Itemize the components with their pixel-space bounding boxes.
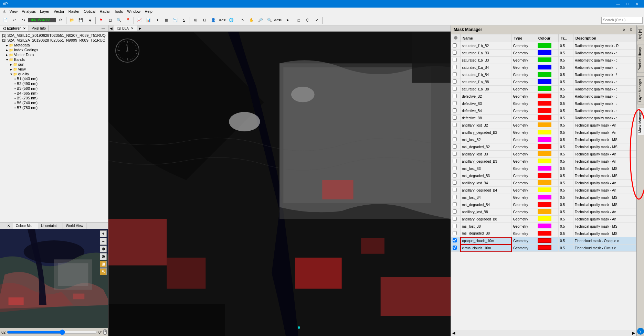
- menu-help[interactable]: Help: [142, 9, 155, 14]
- tab-world-view[interactable]: World View: [63, 223, 86, 229]
- nav-btn-1[interactable]: ⊞: [100, 261, 107, 268]
- redo-btn[interactable]: ↪: [19, 16, 28, 24]
- help-btn-far-right[interactable]: ?: [637, 328, 644, 335]
- collapse-bottom[interactable]: —: [99, 223, 108, 229]
- minimap[interactable]: + − ⊕ ⊙ ⊞ ↖: [0, 229, 108, 328]
- checkbox-input-26[interactable]: [453, 231, 457, 235]
- mask-table-container[interactable]: Name Type Colour Tr... Description satur…: [451, 34, 636, 330]
- checkbox-input-3[interactable]: [453, 65, 457, 69]
- maximize-btn[interactable]: □: [624, 2, 632, 6]
- mask-manager-side-tab[interactable]: Mask Manager: [637, 108, 644, 135]
- checkbox-input-17[interactable]: [453, 166, 457, 170]
- rect-btn[interactable]: □: [295, 16, 303, 24]
- scroll-right-btn[interactable]: ▶: [632, 331, 635, 335]
- nav-btn-2[interactable]: ↖: [100, 268, 107, 275]
- search-input[interactable]: [601, 17, 643, 24]
- new-btn[interactable]: 📄: [1, 16, 10, 24]
- zoom-out-map[interactable]: −: [100, 238, 107, 245]
- checkbox-input-0[interactable]: [453, 43, 457, 47]
- checkbox-input-12[interactable]: [453, 130, 457, 134]
- tree-item-b2[interactable]: ▪ B2 (490 nm): [14, 81, 107, 86]
- tree-item-b4[interactable]: ▪ B4 (665 nm): [14, 91, 107, 96]
- mask-close-btn[interactable]: ✕: [621, 27, 627, 32]
- checkbox-input-7[interactable]: [453, 94, 457, 98]
- checkbox-input-6[interactable]: [453, 87, 457, 91]
- col-description[interactable]: Description: [573, 34, 636, 42]
- tab-b8a[interactable]: [2] B8A ✕: [114, 25, 137, 31]
- select-btn[interactable]: ◻: [106, 16, 114, 24]
- close-explorer[interactable]: ✕: [23, 27, 26, 30]
- checkbox-input-27[interactable]: [453, 238, 457, 242]
- checkbox-input-25[interactable]: [453, 224, 457, 228]
- gcp2-btn[interactable]: GCP+: [274, 16, 283, 24]
- scroll-left-btn[interactable]: ◀: [452, 331, 455, 335]
- layer-manager-icon[interactable]: Layer Manager: [637, 76, 644, 104]
- zout-btn[interactable]: 🔍: [265, 16, 274, 24]
- checkbox-input-10[interactable]: [453, 116, 457, 120]
- checkbox-input-11[interactable]: [453, 123, 457, 127]
- tree-item-b6[interactable]: ▪ B6 (740 nm): [14, 100, 107, 105]
- checkbox-input-13[interactable]: [453, 137, 457, 141]
- checkbox-input-1[interactable]: [453, 51, 457, 55]
- checkbox-input-4[interactable]: [453, 72, 457, 76]
- tree-item-s2a-1[interactable]: [1] S2A_MSIL1C_20190628T023551_N0207_R08…: [1, 33, 107, 38]
- col-name[interactable]: Name: [461, 34, 511, 42]
- tab-explorer[interactable]: xt Explorer ✕: [0, 25, 29, 31]
- checkbox-input-22[interactable]: [453, 202, 457, 206]
- tree-item-b7[interactable]: ▪ B7 (783 nm): [14, 105, 107, 110]
- zoom-in-btn[interactable]: 🔍: [115, 16, 123, 24]
- graph-btn[interactable]: 📈: [135, 16, 144, 24]
- histogram-btn[interactable]: ▦: [162, 16, 170, 24]
- zoom-fit[interactable]: ⊕: [100, 246, 107, 252]
- col-transparency[interactable]: Tr...: [559, 34, 573, 42]
- menu-optical[interactable]: Optical: [82, 9, 97, 14]
- cursor-btn[interactable]: ↖: [239, 16, 247, 24]
- checkbox-input-15[interactable]: [453, 152, 457, 156]
- checkbox-input-2[interactable]: [453, 58, 457, 62]
- map-view[interactable]: N: [108, 32, 451, 336]
- col-colour[interactable]: Colour: [536, 34, 558, 42]
- menu-tools[interactable]: Tools: [112, 9, 125, 14]
- fx-icon[interactable]: f(x) [x]: [637, 27, 644, 41]
- arrow-btn[interactable]: ➤: [283, 16, 292, 24]
- col-type[interactable]: Type: [511, 34, 536, 42]
- refresh-btn[interactable]: ⟳: [56, 16, 65, 24]
- checkbox-input-21[interactable]: [453, 195, 457, 199]
- print-btn[interactable]: 🖨: [86, 16, 94, 24]
- tab-colour-map-main[interactable]: Colour Ma---: [13, 223, 38, 229]
- layers-btn[interactable]: ⊞: [191, 16, 200, 24]
- menu-analysis[interactable]: Analysis: [20, 9, 38, 14]
- undo-btn[interactable]: ↩: [10, 16, 19, 24]
- pin-btn[interactable]: 📍: [124, 16, 132, 24]
- tree-item-index-codings[interactable]: ▸ 📁 Index Codings: [6, 47, 107, 52]
- profile-btn[interactable]: 📉: [171, 16, 179, 24]
- tab-pixel-info[interactable]: Pixel Info: [29, 25, 49, 31]
- menu-radar[interactable]: Radar: [98, 9, 112, 14]
- tree-item-quality[interactable]: ▾ 📁 quality: [10, 72, 107, 76]
- checkbox-input-16[interactable]: [453, 159, 457, 163]
- scatter-btn[interactable]: ⚬: [153, 16, 161, 24]
- zoom-fit-2[interactable]: ⊙: [100, 253, 107, 260]
- globe-btn[interactable]: 🌐: [227, 16, 235, 24]
- menu-view[interactable]: View: [8, 9, 20, 14]
- help-btn-bottom[interactable]: ?: [103, 329, 107, 335]
- checkbox-input-20[interactable]: [453, 188, 457, 192]
- flag-btn[interactable]: ⚑: [97, 16, 105, 24]
- tree-item-vector[interactable]: ▸ 📁 Vector Data: [6, 52, 107, 57]
- tab-scroll-left[interactable]: ◀: [108, 26, 114, 30]
- spectrum-btn[interactable]: 📊: [144, 16, 152, 24]
- poly-btn[interactable]: ⬡: [304, 16, 312, 24]
- checkbox-input-23[interactable]: [453, 209, 457, 214]
- sum-btn[interactable]: Σ: [180, 16, 188, 24]
- menu-it[interactable]: it: [1, 9, 8, 14]
- close-b8a[interactable]: ✕: [131, 26, 134, 30]
- tab-colour-map[interactable]: — ✕: [0, 223, 13, 229]
- menu-vector[interactable]: Vector: [52, 9, 66, 14]
- checkbox-input-19[interactable]: [453, 181, 457, 185]
- tree-item-view[interactable]: ▸ 📁 view: [10, 67, 107, 72]
- checkbox-input-28[interactable]: [453, 246, 457, 250]
- gcp-btn[interactable]: GCP: [218, 16, 226, 24]
- product-library-icon[interactable]: Product Library: [637, 45, 644, 73]
- tree-item-s2a-2[interactable]: [2] S2A_MSIL2A_20190628T023551_N9999_R08…: [1, 38, 107, 43]
- tree-item-b5[interactable]: ▪ B5 (705 nm): [14, 96, 107, 100]
